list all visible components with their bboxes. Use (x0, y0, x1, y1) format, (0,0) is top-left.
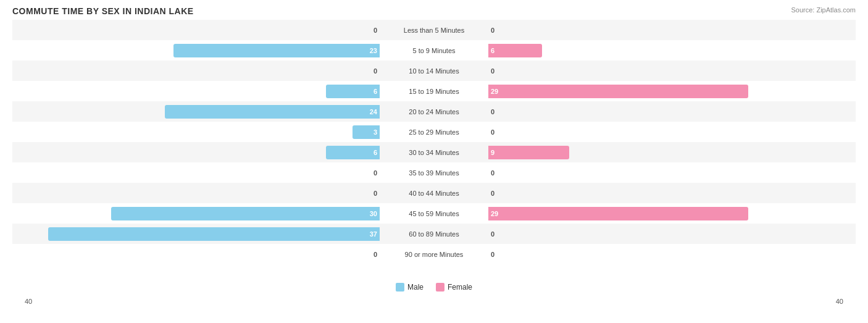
female-bar-section: 0 (485, 244, 856, 264)
female-bar-value: 29 (488, 210, 501, 217)
row-label: Less than 5 Minutes (383, 27, 485, 34)
female-zero-value: 0 (488, 108, 497, 115)
female-bar: 29 (488, 207, 748, 220)
row-label: 20 to 24 Minutes (383, 108, 485, 115)
row-label: 45 to 59 Minutes (383, 210, 485, 217)
female-zero-value: 0 (488, 230, 497, 238)
female-bar-section: 0 (485, 183, 856, 203)
row-label: 90 or more Minutes (383, 251, 485, 258)
legend-male: Male (396, 283, 424, 292)
male-label: Male (407, 283, 424, 292)
female-zero-value: 0 (488, 128, 497, 136)
female-bar-section: 0 (485, 224, 856, 244)
female-bar-value: 29 (488, 88, 501, 95)
male-zero-value: 0 (371, 169, 380, 177)
male-bar-value: 3 (371, 128, 380, 136)
legend: Male Female (12, 280, 856, 294)
male-bar: 23 (173, 44, 380, 57)
male-zero-value: 0 (371, 251, 380, 258)
male-bar-section: 23 (12, 40, 383, 61)
female-zero-value: 0 (488, 27, 497, 34)
table-row: 3045 to 59 Minutes29 (12, 203, 856, 224)
male-bar-value: 23 (367, 47, 380, 54)
table-row: 040 to 44 Minutes0 (12, 183, 856, 203)
table-row: 2420 to 24 Minutes0 (12, 101, 856, 122)
table-row: 010 to 14 Minutes0 (12, 61, 856, 81)
table-row: 0Less than 5 Minutes0 (12, 20, 856, 40)
row-label: 40 to 44 Minutes (383, 190, 485, 197)
male-zero-value: 0 (371, 27, 380, 34)
axis-label-left: 40 (25, 298, 32, 305)
male-bar-section: 0 (12, 183, 383, 203)
table-row: 615 to 19 Minutes29 (12, 81, 856, 101)
row-label: 5 to 9 Minutes (383, 47, 485, 54)
row-label: 30 to 34 Minutes (383, 149, 485, 156)
female-bar-section: 6 (485, 40, 856, 61)
table-row: 090 or more Minutes0 (12, 244, 856, 264)
female-zero-value: 0 (488, 251, 497, 258)
male-zero-value: 0 (371, 67, 380, 75)
male-bar-value: 37 (367, 230, 380, 238)
male-bar-section: 37 (12, 224, 383, 244)
male-bar: 24 (165, 105, 380, 119)
female-bar: 29 (488, 85, 748, 98)
chart-container: COMMUTE TIME BY SEX IN INDIAN LAKE Sourc… (0, 0, 868, 323)
table-row: 035 to 39 Minutes0 (12, 162, 856, 183)
female-bar-section: 0 (485, 61, 856, 81)
male-bar-section: 6 (12, 81, 383, 101)
female-zero-value: 0 (488, 169, 497, 177)
female-bar: 9 (488, 146, 569, 159)
female-zero-value: 0 (488, 67, 497, 75)
female-bar-section: 0 (485, 101, 856, 122)
male-bar: 37 (48, 227, 380, 241)
male-bar: 3 (353, 125, 380, 139)
row-label: 10 to 14 Minutes (383, 67, 485, 75)
male-bar-section: 0 (12, 244, 383, 264)
female-bar-section: 29 (485, 203, 856, 224)
female-color-box (436, 283, 444, 292)
male-bar: 6 (326, 146, 380, 159)
female-label: Female (448, 283, 472, 292)
male-bar-value: 6 (371, 88, 380, 95)
male-bar-section: 30 (12, 203, 383, 224)
table-row: 235 to 9 Minutes6 (12, 40, 856, 61)
row-label: 25 to 29 Minutes (383, 128, 485, 136)
female-zero-value: 0 (488, 190, 497, 197)
row-label: 15 to 19 Minutes (383, 88, 485, 95)
female-bar: 6 (488, 44, 542, 57)
male-bar: 30 (111, 207, 380, 220)
female-bar-section: 29 (485, 81, 856, 101)
chart-title: COMMUTE TIME BY SEX IN INDIAN LAKE (12, 6, 856, 16)
table-row: 3760 to 89 Minutes0 (12, 224, 856, 244)
source-text: Source: ZipAtlas.com (791, 6, 856, 14)
male-bar: 6 (326, 85, 380, 98)
male-bar-value: 6 (371, 149, 380, 156)
row-label: 60 to 89 Minutes (383, 230, 485, 238)
row-label: 35 to 39 Minutes (383, 169, 485, 177)
male-bar-section: 0 (12, 61, 383, 81)
male-bar-section: 6 (12, 142, 383, 162)
axis-label-right: 40 (836, 298, 843, 305)
female-bar-value: 9 (488, 149, 497, 156)
male-bar-section: 3 (12, 122, 383, 142)
table-row: 325 to 29 Minutes0 (12, 122, 856, 142)
male-bar-section: 0 (12, 20, 383, 40)
female-bar-section: 0 (485, 122, 856, 142)
chart-area: 0Less than 5 Minutes0235 to 9 Minutes601… (12, 20, 856, 278)
male-bar-value: 24 (367, 108, 380, 115)
legend-female: Female (436, 283, 472, 292)
female-bar-section: 0 (485, 20, 856, 40)
table-row: 630 to 34 Minutes9 (12, 142, 856, 162)
male-bar-section: 24 (12, 101, 383, 122)
male-bar-section: 0 (12, 162, 383, 183)
female-bar-section: 0 (485, 162, 856, 183)
female-bar-section: 9 (485, 142, 856, 162)
female-bar-value: 6 (488, 47, 497, 54)
male-color-box (396, 283, 404, 292)
male-bar-value: 30 (367, 210, 380, 217)
male-zero-value: 0 (371, 190, 380, 197)
